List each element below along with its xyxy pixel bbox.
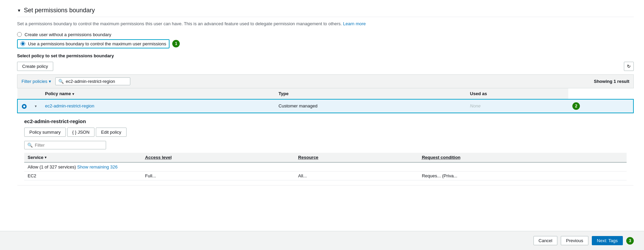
main-content: ▼ Set permissions boundary Set a permiss…: [0, 0, 644, 231]
th-expand: [31, 88, 41, 99]
select-policy-label: Select policy to set the permissions bou…: [17, 53, 634, 58]
td-type: Customer managed: [275, 99, 466, 113]
no-boundary-radio[interactable]: [17, 32, 22, 37]
radio-dot-inner: [23, 105, 25, 107]
td-radio[interactable]: [17, 99, 31, 113]
refresh-button[interactable]: ↻: [624, 62, 634, 71]
previous-button[interactable]: Previous: [561, 236, 588, 245]
no-boundary-label: Create user without a permissions bounda…: [25, 32, 111, 37]
allow-row-cell: Allow (1 of 327 services) Show remaining…: [24, 162, 627, 172]
th-used-as: Used as: [466, 88, 568, 99]
radio-group: Create user without a permissions bounda…: [17, 32, 634, 48]
filter-inner-input[interactable]: [35, 143, 103, 148]
use-boundary-radio[interactable]: [20, 41, 25, 46]
edit-policy-tab[interactable]: Edit policy: [96, 128, 126, 137]
search-wrap: 🔍: [55, 77, 130, 85]
policy-detail-row: ec2-admin-restrict-region Policy summary…: [17, 113, 633, 186]
td-expand[interactable]: ▾: [31, 99, 41, 113]
section-title: Set permissions boundary: [24, 7, 95, 14]
inner-table: Service ▾ Access level Resource Request …: [24, 153, 627, 180]
policy-detail: ec2-admin-restrict-region Policy summary…: [17, 113, 633, 185]
th-inner-request-condition[interactable]: Request condition: [419, 153, 627, 162]
td-step-badge-2: 2: [568, 99, 633, 113]
th-radio: [17, 88, 31, 99]
expand-arrow-icon[interactable]: ▾: [35, 104, 37, 108]
table-header-row: Policy name ▾ Type Used as: [17, 88, 633, 99]
section-header: ▼ Set permissions boundary: [17, 7, 634, 17]
table-row: ▾ ec2-admin-restrict-region Customer man…: [17, 99, 633, 113]
toolbar-row: Create policy ↻: [17, 62, 634, 71]
inner-header-row: Service ▾ Access level Resource Request …: [24, 153, 627, 162]
table-scroll-wrapper: Policy name ▾ Type Used as: [17, 88, 634, 186]
step-badge-3: 3: [626, 237, 634, 245]
step-badge-1: 1: [172, 40, 180, 47]
td-used-as: None: [466, 99, 568, 113]
search-icon: 🔍: [58, 79, 64, 84]
th-inner-access-level[interactable]: Access level: [142, 153, 295, 162]
th-policy-name: Policy name ▾: [41, 88, 275, 99]
filter-inner-icon: 🔍: [27, 143, 33, 148]
collapse-icon[interactable]: ▼: [17, 8, 21, 13]
filter-policies-label: Filter policies: [21, 79, 47, 84]
sort-icon[interactable]: ▾: [72, 92, 74, 96]
learn-more-link[interactable]: Learn more: [343, 21, 366, 26]
request-condition-cell: Reques... (Priva...: [419, 171, 627, 180]
th-inner-resource[interactable]: Resource: [295, 153, 419, 162]
use-boundary-box: Use a permissions boundary to control th…: [17, 39, 170, 48]
service-sort-icon[interactable]: ▾: [45, 156, 46, 159]
footer: Cancel Previous Next: Tags 3: [0, 231, 644, 250]
radio-option-2: Use a permissions boundary to control th…: [17, 39, 634, 48]
next-button[interactable]: Next: Tags: [592, 236, 623, 245]
selected-radio-dot: [22, 104, 27, 109]
used-as-value: None: [470, 103, 481, 108]
policy-name-link[interactable]: ec2-admin-restrict-region: [45, 103, 94, 108]
search-input[interactable]: [66, 79, 127, 84]
filter-bar: Filter policies ▾ 🔍 Showing 1 result: [17, 74, 634, 88]
showing-result: Showing 1 result: [594, 79, 629, 84]
policies-table: Policy name ▾ Type Used as: [17, 88, 634, 186]
resource-cell: All...: [295, 171, 419, 180]
page-wrapper: ▼ Set permissions boundary Set a permiss…: [0, 0, 644, 250]
section-description: Set a permissions boundary to control th…: [17, 20, 634, 27]
filter-inner-wrap: 🔍: [24, 141, 106, 149]
cancel-button[interactable]: Cancel: [533, 236, 557, 245]
json-tab[interactable]: { } JSON: [67, 128, 95, 137]
radio-option-1: Create user without a permissions bounda…: [17, 32, 634, 37]
allow-row: Allow (1 of 327 services) Show remaining…: [24, 162, 627, 172]
th-inner-service[interactable]: Service ▾: [24, 153, 142, 162]
service-cell: EC2: [24, 171, 142, 180]
use-boundary-label: Use a permissions boundary to control th…: [28, 41, 166, 46]
filter-dropdown-icon: ▾: [49, 79, 51, 84]
ec2-row: EC2 Full... All... Reques... (Priva...: [24, 171, 627, 180]
th-type: Type: [275, 88, 466, 99]
policy-detail-title: ec2-admin-restrict-region: [24, 118, 627, 124]
filter-policies-button[interactable]: Filter policies ▾: [21, 79, 51, 84]
show-remaining-link[interactable]: Show remaining 326: [77, 164, 118, 170]
step-badge-2: 2: [572, 102, 580, 110]
access-level-cell: Full...: [142, 171, 295, 180]
td-policy-name: ec2-admin-restrict-region: [41, 99, 275, 113]
policy-summary-tab[interactable]: Policy summary: [24, 128, 66, 137]
policy-tabs: Policy summary { } JSON Edit policy: [24, 128, 627, 137]
create-policy-button[interactable]: Create policy: [17, 62, 53, 71]
